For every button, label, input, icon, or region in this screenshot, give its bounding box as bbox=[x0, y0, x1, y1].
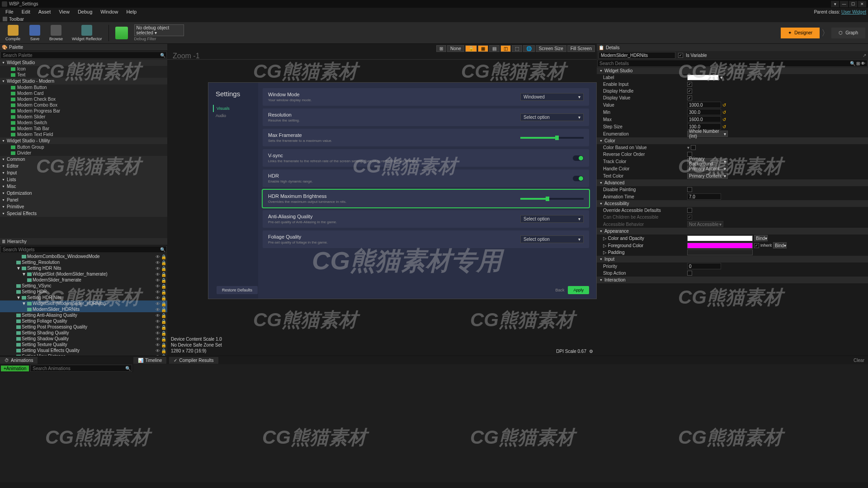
setting-toggle[interactable] bbox=[573, 155, 584, 161]
widget-reflector-button[interactable]: Widget Reflector bbox=[69, 24, 105, 42]
window-dropdown-icon[interactable]: ▾ bbox=[831, 1, 839, 7]
parent-class-link[interactable]: User Widget bbox=[841, 9, 866, 14]
canvas[interactable]: Settings Visuals Audio Window ModeYour w… bbox=[167, 60, 597, 356]
cat-advanced[interactable]: Advanced bbox=[597, 179, 868, 186]
vp-lock-button[interactable]: 🔒 bbox=[465, 45, 477, 52]
menu-window[interactable]: Window bbox=[97, 8, 122, 15]
gear-icon[interactable]: ⚙ bbox=[589, 349, 593, 354]
hierarchy-item[interactable]: Setting Visual Effects Quality👁🔒 bbox=[0, 347, 167, 353]
animations-tab[interactable]: ⏱Animations bbox=[0, 357, 38, 364]
palette-category[interactable]: Editor bbox=[0, 163, 167, 169]
setting-select[interactable]: Select option▾ bbox=[520, 235, 584, 243]
hierarchy-item[interactable]: Setting View Distance👁🔒 bbox=[0, 353, 167, 356]
enable-input-checkbox[interactable]: ✓ bbox=[687, 82, 692, 87]
timeline-tab[interactable]: 📊Timeline bbox=[133, 357, 166, 364]
reset-icon[interactable]: ↺ bbox=[722, 110, 726, 115]
view-options-icon[interactable]: ⊞ bbox=[856, 61, 860, 66]
setting-select[interactable]: Select option▾ bbox=[520, 113, 584, 121]
disable-painting-checkbox[interactable] bbox=[687, 187, 692, 192]
vp-layout3-button[interactable]: ◫ bbox=[500, 45, 511, 52]
handle-color-select[interactable]: Primary Accent▾ bbox=[687, 165, 728, 172]
palette-item[interactable]: Modern Card bbox=[0, 90, 167, 96]
vp-layout1-button[interactable]: ▦ bbox=[478, 45, 488, 52]
vp-layout4-button[interactable]: ⬚ bbox=[512, 45, 522, 52]
palette-category[interactable]: Primitive bbox=[0, 203, 167, 210]
widget-name-input[interactable] bbox=[599, 52, 675, 59]
menu-view[interactable]: View bbox=[55, 8, 73, 15]
hierarchy-item[interactable]: Setting HDR👁🔒 bbox=[0, 289, 167, 295]
setting-toggle[interactable] bbox=[573, 176, 584, 181]
setting-slider[interactable] bbox=[520, 137, 584, 139]
hierarchy-item[interactable]: Setting_VSync👁🔒 bbox=[0, 283, 167, 289]
max-input[interactable] bbox=[687, 116, 721, 122]
display-value-checkbox[interactable]: ✓ bbox=[687, 95, 692, 100]
palette-item[interactable]: Modern Tab Bar bbox=[0, 126, 167, 131]
palette-category[interactable]: Special Effects bbox=[0, 210, 167, 217]
palette-category[interactable]: Common bbox=[0, 156, 167, 163]
hierarchy-item[interactable]: Setting Shading Quality👁🔒 bbox=[0, 330, 167, 336]
palette-item[interactable]: Modern Text Field bbox=[0, 131, 167, 137]
enumeration-select[interactable]: Whole Number (Int)▾ bbox=[687, 131, 728, 137]
color-opacity-swatch[interactable] bbox=[687, 235, 753, 241]
debug-object-select[interactable]: No debug object selected ▾ bbox=[134, 24, 184, 36]
hierarchy-item[interactable]: ModernSlider_framerate👁🔒 bbox=[0, 277, 167, 283]
clear-button[interactable]: Clear bbox=[850, 357, 868, 363]
vp-none-button[interactable]: None bbox=[447, 45, 464, 52]
fg-color-swatch[interactable] bbox=[687, 243, 753, 249]
palette-item[interactable]: Modern Switch bbox=[0, 120, 167, 126]
compiler-results-tab[interactable]: ✓Compiler Results bbox=[169, 357, 218, 364]
palette-category[interactable]: Widget Studio bbox=[0, 59, 167, 66]
hierarchy-item[interactable]: ▼ WidgetSlot (ModernSlider_framerate)👁🔒 bbox=[0, 271, 167, 277]
save-button[interactable]: Save bbox=[27, 24, 43, 42]
cat-interaction[interactable]: Interaction bbox=[597, 277, 868, 283]
palette-item[interactable]: Icon bbox=[0, 66, 167, 72]
is-variable-checkbox[interactable]: ✓ bbox=[678, 53, 683, 58]
restore-defaults-button[interactable]: Restore Defaults bbox=[217, 286, 258, 294]
hierarchy-item[interactable]: Setting_Resolution👁🔒 bbox=[0, 259, 167, 265]
priority-input[interactable] bbox=[687, 263, 721, 269]
color-based-checkbox[interactable] bbox=[691, 145, 696, 150]
menu-file[interactable]: File bbox=[2, 8, 17, 15]
palette-item[interactable]: Modern Combo Box bbox=[0, 102, 167, 108]
palette-search[interactable]: 🔍 bbox=[0, 52, 167, 59]
reset-icon[interactable]: ↺ bbox=[722, 103, 726, 108]
palette-category[interactable]: Widget Studio - Utility bbox=[0, 137, 167, 144]
hierarchy-item[interactable]: Setting Anti-Aliasing Quality👁🔒 bbox=[0, 312, 167, 318]
palette-category[interactable]: Misc bbox=[0, 183, 167, 190]
override-accessible-checkbox[interactable] bbox=[687, 208, 692, 213]
menu-asset[interactable]: Asset bbox=[35, 8, 55, 15]
browse-button[interactable]: Browse bbox=[47, 24, 66, 42]
preview-nav-visuals[interactable]: Visuals bbox=[213, 105, 251, 112]
setting-slider[interactable] bbox=[520, 198, 584, 200]
graph-tab[interactable]: ⬡Graph bbox=[831, 28, 865, 38]
palette-category[interactable]: Panel bbox=[0, 197, 167, 203]
hierarchy-item[interactable]: Setting Texture Quality👁🔒 bbox=[0, 342, 167, 347]
vp-localize-button[interactable]: 🌐 bbox=[523, 45, 535, 52]
palette-item[interactable]: Button Group bbox=[0, 144, 167, 150]
apply-button[interactable]: Apply bbox=[568, 286, 589, 294]
palette-category[interactable]: Optimization bbox=[0, 190, 167, 197]
designer-tab[interactable]: ✦Designer bbox=[781, 28, 820, 38]
debug-filter-label[interactable]: Debug Filter bbox=[134, 37, 184, 41]
cat-accessibility[interactable]: Accessibility bbox=[597, 200, 868, 207]
palette-category[interactable]: Widget Studio - Modern bbox=[0, 78, 167, 84]
cat-color[interactable]: Color bbox=[597, 137, 868, 144]
palette-category[interactable]: Input bbox=[0, 169, 167, 176]
bind-select[interactable]: Bind▾ bbox=[773, 242, 787, 249]
text-color-select[interactable]: Primary Content▾ bbox=[687, 173, 728, 179]
inherit-checkbox[interactable]: ✓ bbox=[754, 243, 759, 248]
details-search[interactable]: 🔍⊞👁 bbox=[597, 60, 868, 67]
back-button[interactable]: Back bbox=[555, 288, 564, 292]
play-button[interactable] bbox=[113, 26, 131, 40]
palette-item[interactable]: Divider bbox=[0, 150, 167, 156]
label-input[interactable] bbox=[687, 75, 719, 80]
stop-action-checkbox[interactable] bbox=[687, 271, 692, 276]
palette-item[interactable]: Modern Progress Bar bbox=[0, 108, 167, 114]
setting-select[interactable]: Windowed▾ bbox=[520, 93, 584, 101]
menu-help[interactable]: Help bbox=[123, 8, 140, 15]
hierarchy-item[interactable]: ModernSlider_HDRNits👁🔒 bbox=[0, 306, 167, 312]
cat-input[interactable]: Input bbox=[597, 256, 868, 263]
vp-fillscreen-select[interactable]: Fill Screen bbox=[567, 45, 595, 52]
track-color-select[interactable]: Primary Background▾ bbox=[687, 158, 728, 164]
vp-layout2-button[interactable]: ▤ bbox=[489, 45, 500, 52]
